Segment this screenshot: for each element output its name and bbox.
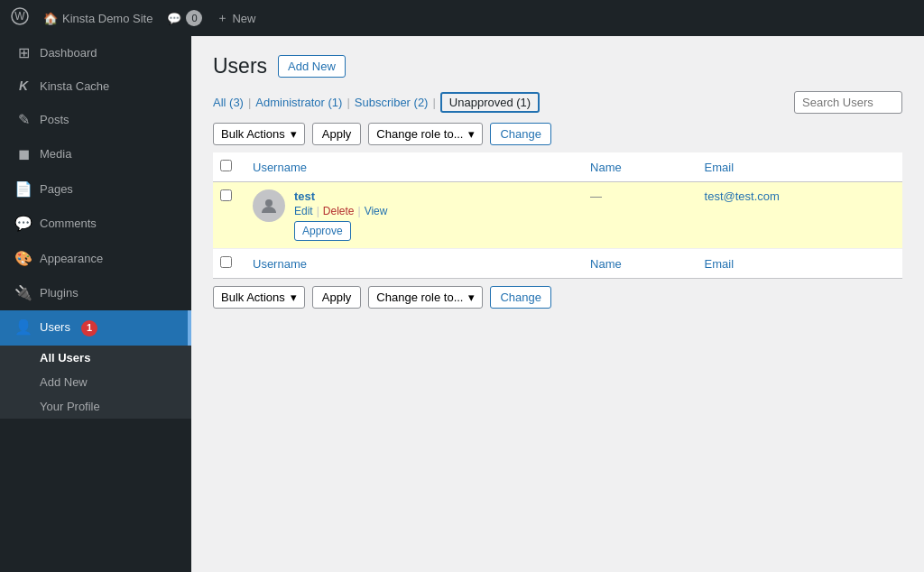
delete-link[interactable]: Delete xyxy=(323,205,355,217)
media-icon: ◼ xyxy=(14,144,32,164)
sidebar-subitem-your-profile[interactable]: Your Profile xyxy=(0,394,191,419)
sidebar-item-dashboard[interactable]: ⊞ Dashboard xyxy=(0,36,191,70)
col-username-bottom[interactable]: Username xyxy=(242,249,579,279)
sidebar-subitem-add-new[interactable]: Add New xyxy=(0,370,191,394)
filter-all[interactable]: All (3) xyxy=(213,96,244,109)
users-badge: 1 xyxy=(81,320,97,337)
col-checkbox xyxy=(213,152,242,182)
col-username[interactable]: Username xyxy=(242,152,579,182)
comment-icon: 💬 xyxy=(167,12,181,25)
sidebar-item-pages[interactable]: 📄 Pages xyxy=(0,172,191,207)
change-button-bottom[interactable]: Change xyxy=(490,286,551,309)
filter-subscriber[interactable]: Subscriber (2) xyxy=(355,96,429,109)
svg-point-2 xyxy=(265,199,273,207)
comments-bubble-icon: 💬 xyxy=(14,214,32,234)
top-bar: W 🏠 Kinsta Demo Site 💬 0 ＋ New xyxy=(0,0,924,36)
sidebar-item-users[interactable]: 👤 Users 1 xyxy=(0,310,191,345)
bulk-actions-select-bottom[interactable]: Bulk Actions ▾ xyxy=(213,286,305,309)
svg-text:W: W xyxy=(14,10,25,23)
home-icon: 🏠 xyxy=(43,12,58,25)
avatar xyxy=(253,189,285,222)
sidebar-item-comments[interactable]: 💬 Comments xyxy=(0,207,191,241)
username-link[interactable]: test xyxy=(294,189,387,203)
row-checkbox-cell xyxy=(213,182,242,249)
change-button-top[interactable]: Change xyxy=(490,123,551,145)
page-title-row: Users Add New xyxy=(213,54,902,78)
table-header-row: Username Name Email xyxy=(213,152,902,182)
sidebar-item-posts[interactable]: ✎ Posts xyxy=(0,103,191,137)
view-link[interactable]: View xyxy=(365,205,388,217)
sidebar-item-kinsta-cache[interactable]: K Kinsta Cache xyxy=(0,70,191,103)
edit-link[interactable]: Edit xyxy=(294,205,313,217)
wp-logo-icon[interactable]: W xyxy=(11,7,29,30)
users-submenu: All Users Add New Your Profile xyxy=(0,346,191,419)
users-icon: 👤 xyxy=(14,318,32,337)
kinsta-icon: K xyxy=(14,78,32,96)
chevron-down-icon-4: ▾ xyxy=(468,291,475,304)
change-role-select[interactable]: Change role to... ▾ xyxy=(368,123,483,145)
pages-icon: 📄 xyxy=(14,180,32,199)
apply-button-bottom[interactable]: Apply xyxy=(312,286,362,309)
row-checkbox[interactable] xyxy=(220,189,232,201)
users-table: Username Name Email xyxy=(213,152,902,279)
comments-count: 0 xyxy=(186,10,202,26)
top-toolbar: Bulk Actions ▾ Apply Change role to... ▾… xyxy=(213,123,902,145)
main-content: Users Add New All (3) | Administrator (1… xyxy=(191,36,924,572)
table-row: test Edit | Delete | View Approve xyxy=(213,182,902,249)
col-email[interactable]: Email xyxy=(694,152,902,182)
user-info: test Edit | Delete | View Approve xyxy=(253,189,568,241)
posts-icon: ✎ xyxy=(14,110,32,130)
page-title: Users xyxy=(213,54,267,78)
filter-administrator[interactable]: Administrator (1) xyxy=(255,96,342,109)
appearance-icon: 🎨 xyxy=(14,249,32,269)
dashboard-icon: ⊞ xyxy=(14,43,32,63)
filter-sep-1: | xyxy=(248,96,251,109)
sidebar-subitem-all-users[interactable]: All Users xyxy=(0,346,191,370)
row-name-cell: — xyxy=(579,182,694,249)
comments-link[interactable]: 💬 0 xyxy=(167,10,202,26)
action-sep-1: | xyxy=(317,205,319,217)
user-row-actions: Edit | Delete | View xyxy=(294,205,387,217)
action-sep-2: | xyxy=(358,205,361,217)
approve-button[interactable]: Approve xyxy=(294,221,351,241)
bottom-toolbar: Bulk Actions ▾ Apply Change role to... ▾… xyxy=(213,286,902,309)
chevron-down-icon-2: ▾ xyxy=(468,127,475,141)
change-role-select-bottom[interactable]: Change role to... ▾ xyxy=(368,286,483,309)
sidebar: ⊞ Dashboard K Kinsta Cache ✎ Posts ◼ Med… xyxy=(0,36,191,572)
sidebar-item-appearance[interactable]: 🎨 Appearance xyxy=(0,242,191,276)
filter-unapproved[interactable]: Unapproved (1) xyxy=(440,92,540,113)
col-email-bottom[interactable]: Email xyxy=(694,249,902,279)
user-details: test Edit | Delete | View Approve xyxy=(294,189,387,241)
add-new-button[interactable]: Add New xyxy=(278,55,346,78)
filter-sep-3: | xyxy=(432,96,435,109)
chevron-down-icon: ▾ xyxy=(291,127,297,141)
layout: ⊞ Dashboard K Kinsta Cache ✎ Posts ◼ Med… xyxy=(0,36,924,572)
row-username-cell: test Edit | Delete | View Approve xyxy=(242,182,579,249)
filter-sep-2: | xyxy=(346,96,349,109)
sidebar-item-plugins[interactable]: 🔌 Plugins xyxy=(0,276,191,310)
site-name[interactable]: 🏠 Kinsta Demo Site xyxy=(43,12,152,25)
select-all-checkbox-bottom[interactable] xyxy=(220,256,232,268)
plugins-icon: 🔌 xyxy=(14,283,32,303)
col-name-bottom[interactable]: Name xyxy=(579,249,694,279)
new-menu[interactable]: ＋ New xyxy=(217,10,255,26)
col-checkbox-bottom xyxy=(213,249,242,279)
search-users-input[interactable] xyxy=(794,91,902,114)
filter-row: All (3) | Administrator (1) | Subscriber… xyxy=(213,91,902,114)
plus-icon: ＋ xyxy=(217,10,228,26)
sidebar-item-media[interactable]: ◼ Media xyxy=(0,137,191,171)
row-email-cell: test@test.com xyxy=(694,182,902,249)
table-footer-row: Username Name Email xyxy=(213,249,902,279)
apply-button-top[interactable]: Apply xyxy=(312,123,362,145)
chevron-down-icon-3: ▾ xyxy=(291,291,297,304)
bulk-actions-select[interactable]: Bulk Actions ▾ xyxy=(213,123,305,145)
select-all-checkbox[interactable] xyxy=(220,160,232,171)
col-name[interactable]: Name xyxy=(579,152,694,182)
